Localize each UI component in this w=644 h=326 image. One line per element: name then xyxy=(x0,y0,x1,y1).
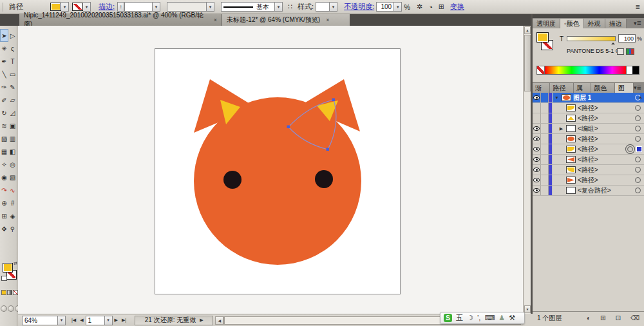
fill-color-swatch[interactable] xyxy=(50,3,61,11)
brush-definition-arrow-icon[interactable] xyxy=(207,2,214,12)
draw-behind-mode-button[interactable] xyxy=(8,305,14,312)
layer-row[interactable]: <路径> xyxy=(533,103,644,113)
make-clipping-mask-icon[interactable]: ◐ xyxy=(587,314,591,321)
default-fill-stroke-icon[interactable] xyxy=(1,276,7,281)
document-tab-2[interactable]: 未标题-12* @ 64% (CMYK/预览) × xyxy=(222,14,350,26)
target-circle[interactable] xyxy=(635,105,641,111)
opacity-expand-icon[interactable] xyxy=(394,2,402,12)
layer-label[interactable]: <路径> xyxy=(578,114,598,123)
brush-definition-field[interactable] xyxy=(167,2,207,12)
scroll-left-icon[interactable]: ◀ xyxy=(215,316,223,325)
recolor-dots-icon[interactable]: ∷ xyxy=(288,3,292,11)
target-circle[interactable] xyxy=(635,136,641,142)
layer-label[interactable]: <路径> xyxy=(578,104,598,113)
cat-left-eye[interactable] xyxy=(223,171,242,189)
vertical-scroll-thumb[interactable] xyxy=(524,35,531,91)
status-expand-icon[interactable]: ▶ xyxy=(200,318,203,323)
tab-transparency[interactable]: 透明度 xyxy=(533,19,560,28)
draw-normal-mode-button[interactable] xyxy=(1,305,7,312)
ime-toolbar[interactable]: S五☽’,⌨♟⚒ xyxy=(440,312,525,324)
hand-tool[interactable]: ✥ xyxy=(0,222,8,235)
panel-menu-icon[interactable]: ▾≣ xyxy=(634,19,641,28)
variable-width-profile-field[interactable]: 基本 xyxy=(221,2,275,12)
selection-tool[interactable]: ➤ xyxy=(0,29,8,42)
paintbrush-tool[interactable]: ✑ xyxy=(0,81,8,93)
input-mode-label[interactable]: 五 xyxy=(456,314,463,321)
tint-value-field[interactable]: 100 xyxy=(618,34,636,43)
stroke-weight-stepper[interactable] xyxy=(117,2,124,12)
layer-label[interactable]: <路径> xyxy=(578,145,598,154)
visibility-eye-icon[interactable] xyxy=(533,186,541,195)
artboard-number-field[interactable]: 1 xyxy=(86,316,105,325)
layer-thumbnail[interactable] xyxy=(566,166,576,173)
visibility-eye-icon[interactable] xyxy=(533,93,541,102)
delete-layer-icon[interactable]: ⌫ xyxy=(630,314,639,321)
tab-close-icon[interactable]: × xyxy=(214,17,217,23)
tab-gradient[interactable]: 渐变 xyxy=(533,83,550,93)
new-sublayer-icon[interactable]: ⊞ xyxy=(600,314,605,321)
free-transform-tool[interactable]: ▣ xyxy=(8,119,17,132)
scale-tool[interactable]: ◿ xyxy=(8,106,17,119)
panel-menu-icon[interactable]: ▾≣ xyxy=(634,83,641,93)
person-icon[interactable]: ♟ xyxy=(498,314,505,321)
pencil-tool[interactable]: ✎ xyxy=(8,81,17,93)
direct-selection-tool[interactable]: ▷ xyxy=(8,29,17,42)
visibility-eye-icon[interactable] xyxy=(533,134,541,144)
stroke-dropdown-arrow-icon[interactable] xyxy=(83,2,91,12)
visibility-eye-icon[interactable] xyxy=(533,144,541,154)
stroke-color-swatch[interactable] xyxy=(72,3,83,11)
target-circle[interactable] xyxy=(635,167,641,173)
layer-thumbnail[interactable] xyxy=(562,94,571,101)
line-segment-tool[interactable]: ╲ xyxy=(0,68,8,81)
recolor-artwork-icon[interactable]: ◔ xyxy=(428,3,433,11)
layer-label[interactable]: <路径> xyxy=(578,135,598,144)
horizontal-scroll-thumb[interactable] xyxy=(224,317,225,324)
layer-thumbnail[interactable] xyxy=(566,104,576,111)
lock-cell[interactable] xyxy=(541,144,549,154)
layer-row[interactable]: <编组> xyxy=(533,124,644,134)
layer-row[interactable]: <路径> xyxy=(533,175,644,186)
curvature-tool[interactable]: ↷ xyxy=(0,184,8,197)
first-artboard-button[interactable]: |◀ xyxy=(70,318,78,323)
layer-label[interactable]: <复合路径> xyxy=(578,186,611,195)
opacity-field[interactable]: 100 xyxy=(376,2,394,12)
symbol-sprayer-tool[interactable]: ▨ xyxy=(0,132,8,145)
spectrum-none-swatch[interactable] xyxy=(537,66,545,74)
shape-builder-tool[interactable]: ◈ xyxy=(8,209,17,222)
magic-wand-tool[interactable]: ✳ xyxy=(0,42,8,55)
lock-cell[interactable] xyxy=(541,186,549,195)
layer-row[interactable]: <路径> xyxy=(533,134,644,144)
perspective-grid-tool[interactable]: ⊞ xyxy=(0,209,8,222)
layer-thumbnail[interactable] xyxy=(566,115,576,122)
style-arrow-icon[interactable] xyxy=(330,2,337,12)
stroke-weight-field[interactable] xyxy=(124,2,153,12)
lasso-tool[interactable]: ς xyxy=(8,42,17,55)
sogou-logo[interactable]: S xyxy=(444,314,452,322)
layer-label[interactable]: <路径> xyxy=(578,166,598,175)
spectrum-black-swatch[interactable] xyxy=(632,66,639,74)
artboard-arrow-icon[interactable] xyxy=(105,316,113,325)
layer-label[interactable]: 图层 1 xyxy=(573,93,591,102)
visibility-eye-icon[interactable] xyxy=(533,155,541,164)
eraser-tool[interactable]: ▱ xyxy=(8,93,17,106)
keyboard-icon[interactable]: ⌨ xyxy=(484,314,495,321)
list-scroll-up-icon[interactable]: ▲ xyxy=(638,95,643,99)
tab-close-icon[interactable]: × xyxy=(326,17,329,23)
cat-right-eye[interactable] xyxy=(315,170,333,188)
live-paint-selection-tool[interactable]: ▧ xyxy=(8,171,17,184)
layer-thumbnail[interactable] xyxy=(566,177,576,184)
visibility-eye-icon[interactable] xyxy=(533,124,541,133)
lock-cell[interactable] xyxy=(541,103,549,113)
zoom-tool[interactable]: ⚲ xyxy=(8,222,17,235)
tab-pathfinder[interactable]: 路径查 xyxy=(550,83,573,93)
layer-label[interactable]: <编组> xyxy=(578,124,598,133)
layer-label[interactable]: <路径> xyxy=(578,155,598,164)
lock-cell[interactable] xyxy=(541,124,549,133)
visibility-eye-icon[interactable] xyxy=(533,165,541,175)
canvas-area[interactable] xyxy=(18,26,523,314)
rectangle-tool[interactable]: ▭ xyxy=(8,68,17,81)
prev-artboard-button[interactable]: ◀ xyxy=(78,318,85,323)
scroll-down-icon[interactable]: ▼ xyxy=(524,305,531,313)
next-artboard-button[interactable]: ▶ xyxy=(113,318,120,323)
slice-tool[interactable]: # xyxy=(8,197,17,209)
